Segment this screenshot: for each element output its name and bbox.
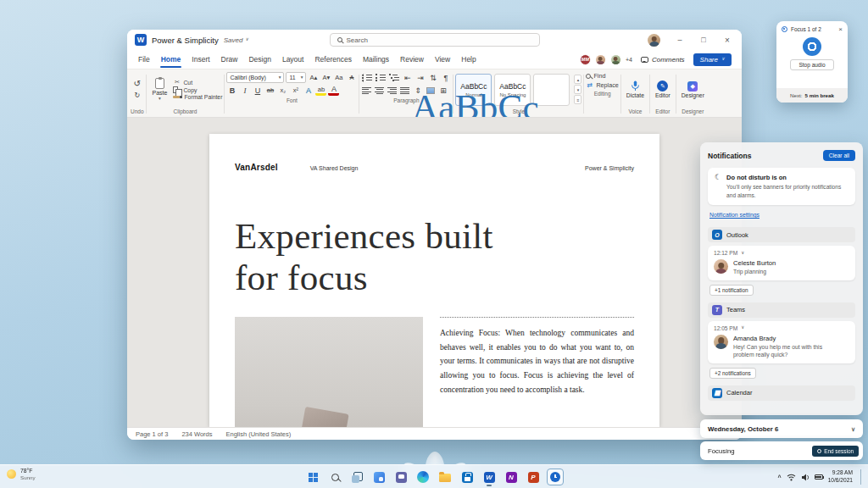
onenote-taskbar-button[interactable]: N [501, 467, 521, 487]
volume-icon[interactable] [801, 474, 810, 481]
underline-button[interactable]: U [252, 85, 263, 96]
notification-card[interactable]: 12:12 PM ∨ Celeste Burton Trip planning [708, 246, 855, 280]
show-desktop-button[interactable] [860, 469, 863, 485]
calendar-flyout-header[interactable]: Wednesday, October 6 ∨ [700, 419, 863, 438]
wifi-icon[interactable] [787, 474, 796, 481]
tab-references[interactable]: References [314, 52, 352, 67]
cut-button[interactable]: ✂Cut [173, 79, 222, 86]
italic-button[interactable]: I [239, 85, 250, 96]
notification-group-calendar[interactable]: ▦ Calendar [708, 385, 855, 401]
word-taskbar-button[interactable]: W [479, 467, 499, 487]
status-page-count[interactable]: Page 1 of 3 [136, 430, 168, 438]
tab-design[interactable]: Design [248, 52, 271, 67]
notification-group-outlook[interactable]: O Outlook [708, 227, 855, 242]
file-explorer-button[interactable] [435, 467, 455, 487]
multilevel-list-button[interactable] [388, 72, 400, 83]
bullet-list-button[interactable] [361, 72, 373, 83]
align-center-button[interactable] [374, 85, 385, 96]
taskbar-search-button[interactable] [325, 467, 345, 487]
chevron-down-icon[interactable]: ∨ [741, 325, 744, 330]
chevron-down-icon[interactable]: ∨ [741, 251, 744, 256]
stop-audio-button[interactable]: Stop audio [790, 59, 833, 70]
collaborator-avatar[interactable] [610, 54, 621, 65]
replace-button[interactable]: ⇄Replace [586, 81, 618, 89]
style-gallery-down[interactable]: ▾ [574, 85, 581, 94]
notification-card[interactable]: 12:05 PM ∨ Amanda Brady Hey! Can you hel… [708, 321, 855, 363]
superscript-button[interactable]: x² [290, 85, 301, 96]
find-button[interactable]: Find [586, 72, 618, 80]
clear-formatting-button[interactable]: A [346, 72, 357, 83]
widgets-button[interactable] [369, 467, 389, 487]
tab-view[interactable]: View [434, 52, 451, 67]
save-status-dropdown[interactable]: Saved∨ [224, 36, 249, 44]
style-heading-1[interactable]: AaBbCc Heading 1 [533, 74, 570, 106]
increase-indent-button[interactable]: ⇥ [415, 72, 426, 83]
account-avatar[interactable] [648, 34, 660, 47]
tab-layout[interactable]: Layout [281, 52, 305, 67]
start-button[interactable] [303, 467, 323, 487]
search-box[interactable]: Search [330, 33, 540, 47]
document-page[interactable]: VanArsdel VA Shared Design Power & Simpl… [209, 134, 659, 427]
copy-button[interactable]: Copy [173, 86, 222, 93]
edge-button[interactable] [413, 467, 433, 487]
text-effects-button[interactable]: A [303, 85, 314, 96]
status-language[interactable]: English (United States) [226, 430, 292, 438]
battery-icon[interactable] [815, 474, 823, 480]
store-button[interactable] [457, 467, 477, 487]
tab-review[interactable]: Review [399, 52, 425, 67]
powerpoint-taskbar-button[interactable]: P [523, 467, 543, 487]
notification-settings-link[interactable]: Notification settings [709, 212, 760, 218]
strikethrough-button[interactable]: ab [264, 85, 275, 96]
tab-insert[interactable]: Insert [191, 52, 210, 67]
tab-mailings[interactable]: Mailings [362, 52, 390, 67]
maximize-button[interactable]: □ [693, 31, 715, 48]
bold-button[interactable]: B [226, 85, 237, 96]
subscript-button[interactable]: x₂ [277, 85, 288, 96]
decrease-indent-button[interactable]: ⇤ [402, 72, 413, 83]
show-marks-button[interactable]: ¶ [440, 72, 451, 83]
clear-all-button[interactable]: Clear all [823, 150, 855, 161]
align-left-button[interactable] [361, 85, 372, 96]
minimize-button[interactable]: – [669, 31, 691, 48]
tab-draw[interactable]: Draw [220, 52, 239, 67]
font-name-select[interactable]: Calibri (Body)▾ [226, 72, 284, 83]
style-gallery-more[interactable]: ≡ [574, 95, 581, 104]
tab-file[interactable]: File [137, 52, 151, 67]
collaborator-avatar[interactable] [595, 54, 606, 65]
redo-icon[interactable]: ↻ [131, 90, 142, 101]
clock-tray-button[interactable]: 9:28 AM 10/6/2021 [828, 469, 853, 485]
change-case-button[interactable]: Aa [333, 72, 344, 83]
chat-button[interactable] [391, 467, 411, 487]
font-color-button[interactable]: A [328, 85, 339, 96]
task-view-button[interactable] [347, 467, 367, 487]
notification-group-teams[interactable]: T Teams [708, 302, 855, 318]
tab-home[interactable]: Home [160, 52, 182, 67]
editor-button[interactable]: ✎ Editor [652, 80, 674, 98]
comments-button[interactable]: Comments [637, 54, 689, 65]
justify-button[interactable] [399, 85, 410, 96]
weather-widget-button[interactable]: 78°F Sunny [7, 468, 36, 480]
tab-help[interactable]: Help [460, 52, 476, 67]
collaborator-avatar[interactable]: MM [580, 54, 591, 65]
more-notifications-badge[interactable]: +2 notifications [709, 368, 756, 379]
close-button[interactable]: × [716, 31, 738, 48]
undo-icon[interactable]: ↺ [131, 78, 142, 89]
dictate-button[interactable]: Dictate [623, 80, 648, 98]
shrink-font-button[interactable]: A▾ [320, 72, 331, 83]
close-icon[interactable]: × [838, 25, 843, 33]
clock-focus-button[interactable] [545, 467, 565, 487]
sort-button[interactable]: ⇅ [427, 72, 438, 83]
collaborators-overflow[interactable]: +4 [626, 57, 632, 63]
paste-button[interactable]: Paste ▾ [148, 77, 172, 103]
hidden-icons-chevron[interactable]: ^ [778, 474, 782, 480]
font-size-select[interactable]: 11▾ [286, 72, 306, 83]
end-session-button[interactable]: End session [812, 446, 859, 457]
highlight-color-button[interactable]: ab [315, 85, 326, 96]
status-word-count[interactable]: 234 Words [181, 430, 212, 438]
numbered-list-button[interactable] [375, 72, 387, 83]
document-canvas[interactable]: VanArsdel VA Shared Design Power & Simpl… [127, 118, 742, 427]
more-notifications-badge[interactable]: +1 notification [709, 285, 754, 296]
align-right-button[interactable] [387, 85, 398, 96]
share-button[interactable]: Share∨ [693, 53, 732, 66]
grow-font-button[interactable]: A▴ [308, 72, 319, 83]
